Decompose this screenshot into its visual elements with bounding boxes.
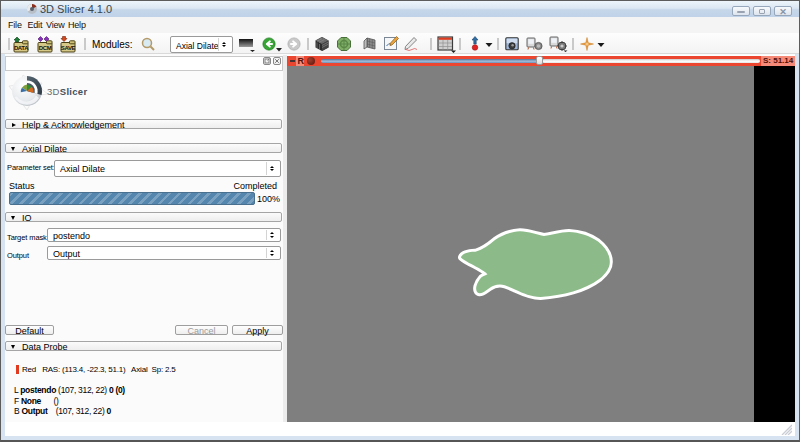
svg-text:SAVE: SAVE: [61, 45, 76, 51]
svg-text:DATA: DATA: [14, 45, 29, 51]
svg-text:DCM: DCM: [39, 45, 52, 51]
